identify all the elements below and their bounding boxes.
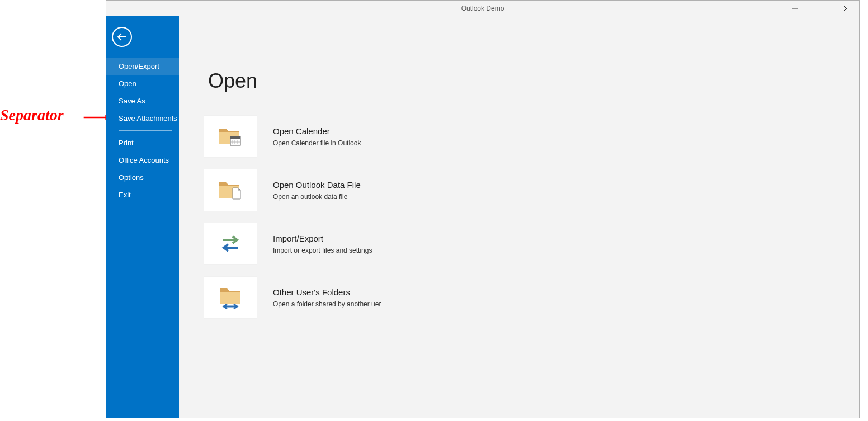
tile-desc: Open a folder shared by another uer [273, 300, 381, 308]
sidebar-item-exit[interactable]: Exit [106, 186, 179, 204]
svg-rect-21 [220, 292, 240, 304]
tile-desc: Open an outlook data file [273, 193, 361, 201]
sidebar-item-save-as[interactable]: Save As [106, 92, 179, 110]
data-file-folder-icon [204, 169, 257, 211]
shared-folder-icon [204, 276, 257, 319]
tile-import-export[interactable]: Import/Export Import or export files and… [204, 223, 859, 265]
sidebar-item-label: Save As [119, 97, 145, 105]
page-title: Open [208, 69, 859, 93]
tile-text: Open Outlook Data File Open an outlook d… [273, 180, 361, 201]
sidebar-item-office-accounts[interactable]: Office Accounts [106, 152, 179, 169]
tile-desc: Import or export files and settings [273, 247, 372, 254]
tile-list: Open Calender Open Calender file in Outl… [204, 115, 859, 319]
backstage-sidebar: Open/Export Open Save As Save Attachment… [106, 16, 179, 418]
tile-other-users-folders[interactable]: Other User's Folders Open a folder share… [204, 276, 859, 319]
tile-title: Open Calender [273, 126, 361, 136]
calendar-folder-icon [204, 115, 257, 158]
maximize-button[interactable] [808, 1, 833, 16]
tile-title: Import/Export [273, 234, 372, 243]
sidebar-item-label: Exit [119, 191, 131, 199]
svg-marker-15 [219, 182, 239, 186]
sidebar-item-options[interactable]: Options [106, 169, 179, 186]
tile-text: Import/Export Import or export files and… [273, 234, 372, 254]
app-window: Outlook Demo Open/Expo [106, 0, 860, 418]
titlebar: Outlook Demo [106, 1, 859, 16]
minimize-button[interactable] [782, 1, 808, 16]
window-controls [782, 1, 859, 16]
close-button[interactable] [833, 1, 859, 16]
tile-open-data-file[interactable]: Open Outlook Data File Open an outlook d… [204, 169, 859, 211]
sidebar-item-label: Open [119, 79, 136, 88]
tile-desc: Open Calender file in Outlook [273, 139, 361, 147]
back-area [106, 16, 179, 58]
svg-rect-3 [818, 6, 823, 11]
import-export-icon [204, 223, 257, 265]
sidebar-item-label: Options [119, 173, 144, 182]
sidebar-item-label: Office Accounts [119, 156, 169, 164]
main-content: Open Open Calender [179, 16, 859, 418]
sidebar-item-open[interactable]: Open [106, 75, 179, 92]
sidebar-item-label: Open/Export [119, 62, 159, 70]
sidebar-item-label: Save Attachments [119, 114, 177, 122]
tile-title: Open Outlook Data File [273, 180, 361, 190]
svg-rect-10 [230, 136, 240, 139]
tile-text: Open Calender Open Calender file in Outl… [273, 126, 361, 147]
annotation-label: Separator [0, 106, 64, 124]
annotation-area: Separator [0, 0, 106, 421]
sidebar-item-save-attachments[interactable]: Save Attachments [106, 110, 179, 127]
svg-marker-20 [220, 288, 240, 292]
back-button[interactable] [112, 27, 132, 47]
arrow-left-icon [117, 33, 127, 41]
svg-marker-7 [219, 129, 239, 133]
tile-open-calendar[interactable]: Open Calender Open Calender file in Outl… [204, 115, 859, 158]
sidebar-separator [119, 130, 172, 131]
tile-title: Other User's Folders [273, 287, 381, 297]
tile-text: Other User's Folders Open a folder share… [273, 287, 381, 308]
sidebar-item-label: Print [119, 139, 134, 147]
sidebar-item-open-export[interactable]: Open/Export [106, 58, 179, 75]
sidebar-item-print[interactable]: Print [106, 134, 179, 152]
window-title: Outlook Demo [461, 4, 504, 12]
